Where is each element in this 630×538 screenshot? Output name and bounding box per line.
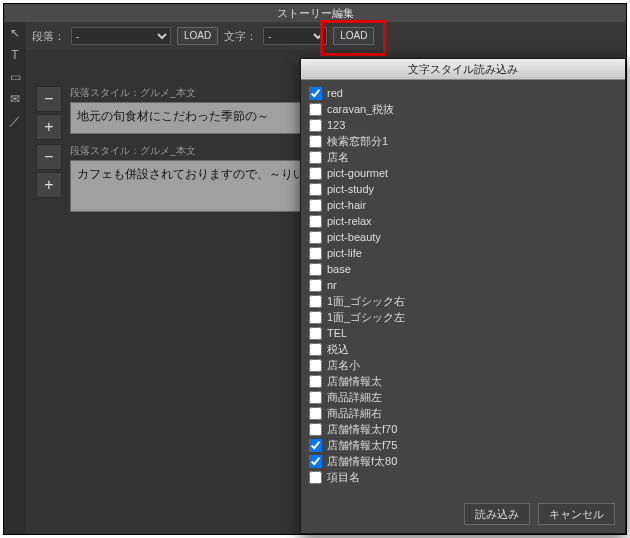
style-list-item[interactable]: 1面_ゴシック左 <box>309 309 617 325</box>
dialog-ok-button[interactable]: 読み込み <box>464 503 530 525</box>
style-checkbox[interactable] <box>309 407 322 420</box>
style-item-label: 検索窓部分1 <box>327 134 388 149</box>
style-checkbox[interactable] <box>309 375 322 388</box>
style-list-item[interactable]: 商品詳細右 <box>309 405 617 421</box>
style-checkbox[interactable] <box>309 423 322 436</box>
style-checkbox[interactable] <box>309 439 322 452</box>
style-list-item[interactable]: 1面_ゴシック右 <box>309 293 617 309</box>
style-item-label: pict-relax <box>327 215 372 227</box>
tool-rail: ↖ T ▭ ✉ ／ <box>4 22 27 534</box>
style-item-label: TEL <box>327 327 347 339</box>
style-list-item[interactable]: 店名 <box>309 149 617 165</box>
style-checkbox[interactable] <box>309 343 322 356</box>
style-checkbox[interactable] <box>309 359 322 372</box>
style-item-label: 店名 <box>327 150 349 165</box>
style-checkbox[interactable] <box>309 231 322 244</box>
para-label: 段落： <box>32 29 65 44</box>
style-item-label: 店舗情報太f70 <box>327 422 397 437</box>
style-list-item[interactable]: pict-life <box>309 245 617 261</box>
window-title: ストーリー編集 <box>4 4 626 22</box>
style-checkbox[interactable] <box>309 391 322 404</box>
dialog-title: 文字スタイル読み込み <box>301 59 625 80</box>
add-button[interactable]: + <box>36 172 62 198</box>
style-item-label: pict-hair <box>327 199 366 211</box>
style-list-item[interactable]: caravan_税抜 <box>309 101 617 117</box>
style-item-label: 店舗情報太 <box>327 374 382 389</box>
style-list-item[interactable]: 店舗情報太 <box>309 373 617 389</box>
style-list-item[interactable]: 123 <box>309 117 617 133</box>
add-button[interactable]: + <box>36 114 62 140</box>
style-list-item[interactable]: nr <box>309 277 617 293</box>
dialog-cancel-button[interactable]: キャンセル <box>538 503 615 525</box>
style-item-label: 商品詳細右 <box>327 406 382 421</box>
char-load-button[interactable]: LOAD <box>333 27 374 45</box>
rect-tool-icon[interactable]: ▭ <box>4 66 26 88</box>
style-item-label: 1面_ゴシック左 <box>327 310 405 325</box>
remove-button[interactable]: − <box>36 144 62 170</box>
style-checkbox[interactable] <box>309 311 322 324</box>
style-list-item[interactable]: pict-relax <box>309 213 617 229</box>
style-list-item[interactable]: base <box>309 261 617 277</box>
line-tool-icon[interactable]: ／ <box>4 110 26 132</box>
style-list-item[interactable]: pict-beauty <box>309 229 617 245</box>
style-item-label: pict-study <box>327 183 374 195</box>
style-item-label: 店名小 <box>327 358 360 373</box>
style-checkbox[interactable] <box>309 263 322 276</box>
style-toolbar: 段落： - LOAD 文字： - LOAD <box>26 22 626 50</box>
style-checkbox[interactable] <box>309 135 322 148</box>
style-item-label: 項目名 <box>327 470 360 485</box>
style-checkbox[interactable] <box>309 247 322 260</box>
style-list[interactable]: redcaravan_税抜123検索窓部分1店名pict-gourmetpict… <box>309 85 617 493</box>
style-item-label: 店舗情報f太80 <box>327 454 397 469</box>
char-style-load-dialog: 文字スタイル読み込み redcaravan_税抜123検索窓部分1店名pict-… <box>300 58 626 534</box>
style-item-label: caravan_税抜 <box>327 102 394 117</box>
style-item-label: pict-gourmet <box>327 167 388 179</box>
style-item-label: 店舗情報太f75 <box>327 438 397 453</box>
style-list-item[interactable]: 店舗情報f太80 <box>309 453 617 469</box>
style-checkbox[interactable] <box>309 455 322 468</box>
style-checkbox[interactable] <box>309 151 322 164</box>
mail-tool-icon[interactable]: ✉ <box>4 88 26 110</box>
text-tool-icon[interactable]: T <box>4 44 26 66</box>
char-style-select[interactable]: - <box>263 27 327 45</box>
style-item-label: 123 <box>327 119 345 131</box>
cursor-icon[interactable]: ↖ <box>4 22 26 44</box>
style-item-label: base <box>327 263 351 275</box>
style-item-label: 1面_ゴシック右 <box>327 294 405 309</box>
style-checkbox[interactable] <box>309 279 322 292</box>
remove-button[interactable]: − <box>36 86 62 112</box>
style-checkbox[interactable] <box>309 183 322 196</box>
style-item-label: red <box>327 87 343 99</box>
style-list-item[interactable]: TEL <box>309 325 617 341</box>
style-item-label: 税込 <box>327 342 349 357</box>
style-checkbox[interactable] <box>309 215 322 228</box>
style-item-label: 商品詳細左 <box>327 390 382 405</box>
style-list-item[interactable]: 店名小 <box>309 357 617 373</box>
style-list-item[interactable]: 商品詳細左 <box>309 389 617 405</box>
style-list-item[interactable]: red <box>309 85 617 101</box>
style-item-label: nr <box>327 279 337 291</box>
style-checkbox[interactable] <box>309 295 322 308</box>
style-list-item[interactable]: pict-study <box>309 181 617 197</box>
style-list-item[interactable]: 店舗情報太f70 <box>309 421 617 437</box>
style-list-item[interactable]: pict-hair <box>309 197 617 213</box>
style-item-label: pict-life <box>327 247 362 259</box>
style-list-item[interactable]: 項目名 <box>309 469 617 485</box>
style-list-item[interactable]: 検索窓部分1 <box>309 133 617 149</box>
app-window: ストーリー編集 ↖ T ▭ ✉ ／ 段落： - LOAD 文字： - LOAD … <box>3 3 627 535</box>
style-checkbox[interactable] <box>309 327 322 340</box>
style-checkbox[interactable] <box>309 87 322 100</box>
style-item-label: pict-beauty <box>327 231 381 243</box>
char-label: 文字： <box>224 29 257 44</box>
style-checkbox[interactable] <box>309 167 322 180</box>
style-list-item[interactable]: pict-gourmet <box>309 165 617 181</box>
style-checkbox[interactable] <box>309 103 322 116</box>
style-checkbox[interactable] <box>309 119 322 132</box>
para-style-select[interactable]: - <box>71 27 171 45</box>
style-list-item[interactable]: 店舗情報太f75 <box>309 437 617 453</box>
style-list-item[interactable]: 税込 <box>309 341 617 357</box>
para-load-button[interactable]: LOAD <box>177 27 218 45</box>
style-checkbox[interactable] <box>309 199 322 212</box>
style-checkbox[interactable] <box>309 471 322 484</box>
